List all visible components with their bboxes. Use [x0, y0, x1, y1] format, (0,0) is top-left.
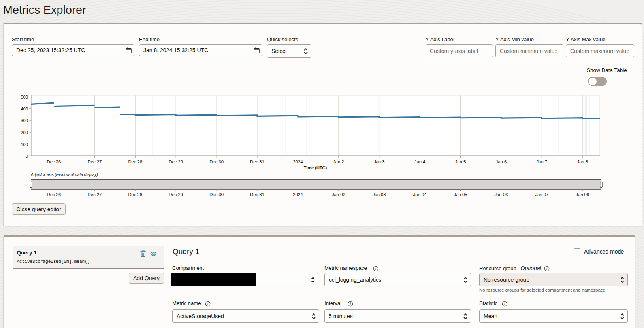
svg-text:Jan 7: Jan 7: [536, 159, 547, 164]
svg-text:Dec 29: Dec 29: [169, 192, 183, 197]
svg-text:Dec 31: Dec 31: [250, 159, 264, 164]
svg-text:300: 300: [21, 118, 28, 123]
svg-text:Jan 5: Jan 5: [455, 159, 466, 164]
svg-text:Dec 27: Dec 27: [88, 159, 102, 164]
svg-text:Adjust x-axis (window of data: Adjust x-axis (window of data display): [30, 173, 98, 177]
svg-text:2024: 2024: [293, 192, 303, 197]
svg-text:Jan 05: Jan 05: [454, 192, 467, 197]
svg-text:Dec 30: Dec 30: [209, 159, 224, 164]
svg-text:Dec 31: Dec 31: [250, 192, 264, 197]
svg-text:200: 200: [21, 130, 28, 135]
svg-text:Jan 03: Jan 03: [373, 192, 386, 197]
svg-text:2024: 2024: [293, 159, 303, 164]
svg-text:Dec 28: Dec 28: [128, 159, 142, 164]
svg-text:Dec 27: Dec 27: [88, 192, 102, 197]
svg-text:Jan 4: Jan 4: [414, 159, 426, 164]
svg-text:Jan 3: Jan 3: [374, 159, 385, 164]
svg-text:Jan 2: Jan 2: [333, 159, 344, 164]
svg-text:500: 500: [21, 95, 28, 99]
svg-text:Time (UTC): Time (UTC): [304, 165, 327, 170]
svg-text:i: i: [207, 302, 209, 306]
svg-text:Dec 26: Dec 26: [47, 159, 61, 164]
svg-text:400: 400: [21, 106, 28, 111]
svg-text:Dec 29: Dec 29: [169, 159, 183, 164]
svg-text:Jan 02: Jan 02: [332, 192, 345, 197]
svg-text:Jan 8: Jan 8: [577, 159, 588, 164]
svg-text:Jan 08: Jan 08: [576, 192, 589, 197]
svg-text:i: i: [375, 267, 377, 271]
svg-text:i: i: [504, 302, 505, 306]
svg-text:i: i: [546, 267, 547, 271]
svg-text:Jan 06: Jan 06: [494, 192, 508, 197]
svg-text:100: 100: [21, 142, 28, 147]
svg-text:Dec 28: Dec 28: [128, 192, 142, 197]
svg-text:Jan 6: Jan 6: [496, 159, 507, 164]
svg-text:Dec 26: Dec 26: [47, 192, 61, 197]
svg-text:0: 0: [26, 154, 28, 159]
svg-text:i: i: [350, 302, 351, 306]
svg-text:Jan 04: Jan 04: [413, 192, 427, 197]
svg-text:Dec 30: Dec 30: [209, 192, 224, 197]
svg-text:Jan 07: Jan 07: [535, 192, 548, 197]
